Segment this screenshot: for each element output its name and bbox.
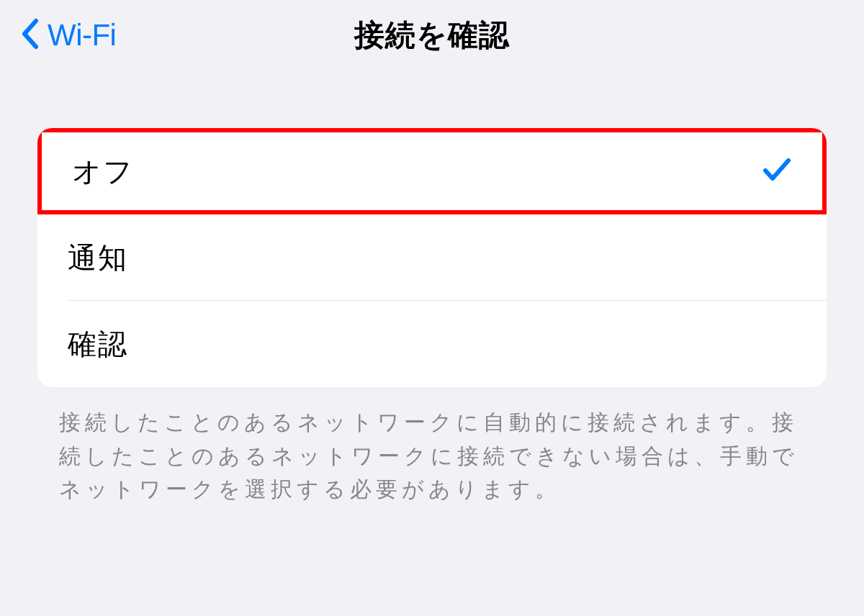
chevron-left-icon — [20, 18, 40, 53]
footer-description: 接続したことのあるネットワークに自動的に接続されます。接続したことのあるネットワ… — [37, 387, 827, 507]
options-list: オフ 通知 確認 — [37, 128, 827, 387]
back-label: Wi-Fi — [48, 18, 116, 53]
option-label: 通知 — [68, 238, 128, 278]
option-confirm[interactable]: 確認 — [37, 301, 827, 387]
option-label: オフ — [72, 152, 134, 191]
content-area: オフ 通知 確認 接続したことのあるネットワークに自動的に接続されます。接続した… — [0, 65, 864, 507]
navbar: Wi-Fi 接続を確認 — [0, 0, 864, 65]
back-button[interactable]: Wi-Fi — [20, 18, 116, 53]
option-off[interactable]: オフ — [37, 128, 827, 214]
page-title: 接続を確認 — [354, 15, 510, 55]
option-label: 確認 — [68, 325, 128, 364]
checkmark-icon — [762, 155, 792, 188]
option-notify[interactable]: 通知 — [37, 214, 827, 301]
